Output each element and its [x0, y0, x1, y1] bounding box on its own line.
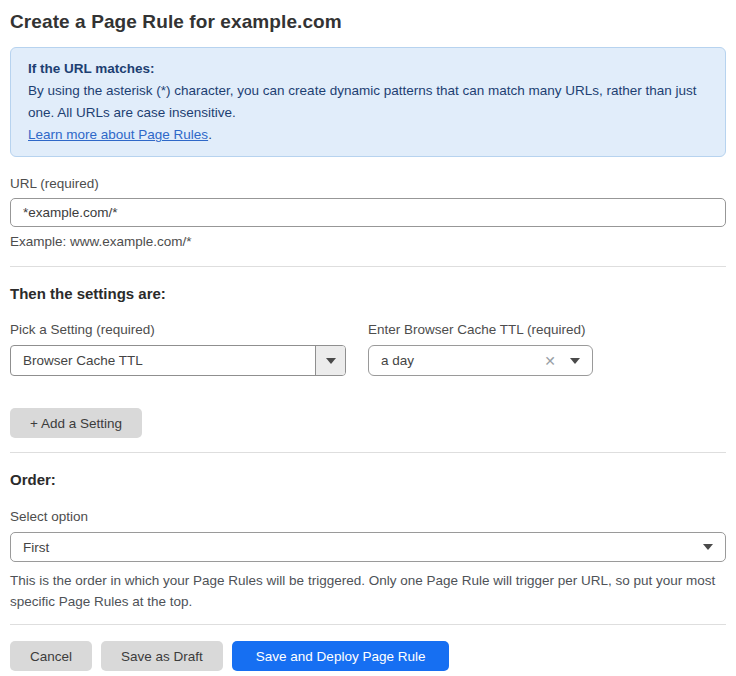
chevron-down-icon [703, 544, 713, 550]
divider [10, 624, 726, 625]
ttl-picker-value: a day [369, 353, 544, 368]
url-input[interactable] [10, 198, 726, 227]
url-match-info-box: If the URL matches: By using the asteris… [10, 47, 726, 157]
info-box-body: By using the asterisk (*) character, you… [28, 80, 708, 124]
order-section-heading: Order: [10, 471, 726, 488]
form-actions: Cancel Save as Draft Save and Deploy Pag… [10, 641, 726, 671]
order-select-label: Select option [10, 509, 726, 524]
ttl-picker-select[interactable]: a day ✕ [368, 345, 593, 376]
ttl-picker-label: Enter Browser Cache TTL (required) [368, 322, 593, 337]
url-field-hint: Example: www.example.com/* [10, 234, 726, 249]
settings-section-heading: Then the settings are: [10, 285, 726, 302]
info-box-link-line: Learn more about Page Rules. [28, 124, 708, 146]
setting-picker-column: Pick a Setting (required) Browser Cache … [10, 322, 346, 376]
order-select[interactable]: First [10, 532, 726, 562]
info-box-heading: If the URL matches: [28, 58, 708, 80]
page-rule-form: Create a Page Rule for example.com If th… [0, 11, 736, 671]
settings-row: Pick a Setting (required) Browser Cache … [10, 322, 726, 376]
setting-picker-label: Pick a Setting (required) [10, 322, 346, 337]
learn-more-link[interactable]: Learn more about Page Rules [28, 127, 208, 142]
add-setting-button[interactable]: + Add a Setting [10, 408, 142, 438]
divider [10, 452, 726, 453]
chevron-down-icon [570, 358, 580, 364]
order-select-value: First [11, 540, 703, 555]
dropdown-caret-cell[interactable] [315, 346, 345, 375]
link-suffix: . [208, 127, 212, 142]
setting-picker-value: Browser Cache TTL [11, 353, 315, 368]
save-and-deploy-button[interactable]: Save and Deploy Page Rule [232, 641, 450, 671]
cancel-button[interactable]: Cancel [10, 641, 92, 671]
save-as-draft-button[interactable]: Save as Draft [101, 641, 223, 671]
setting-picker-select[interactable]: Browser Cache TTL [10, 345, 346, 376]
ttl-picker-column: Enter Browser Cache TTL (required) a day… [368, 322, 593, 376]
url-field-label: URL (required) [10, 176, 726, 191]
clear-icon[interactable]: ✕ [544, 354, 556, 368]
order-description: This is the order in which your Page Rul… [10, 570, 726, 612]
chevron-down-icon [326, 358, 336, 364]
divider [10, 266, 726, 267]
page-title: Create a Page Rule for example.com [10, 11, 726, 33]
